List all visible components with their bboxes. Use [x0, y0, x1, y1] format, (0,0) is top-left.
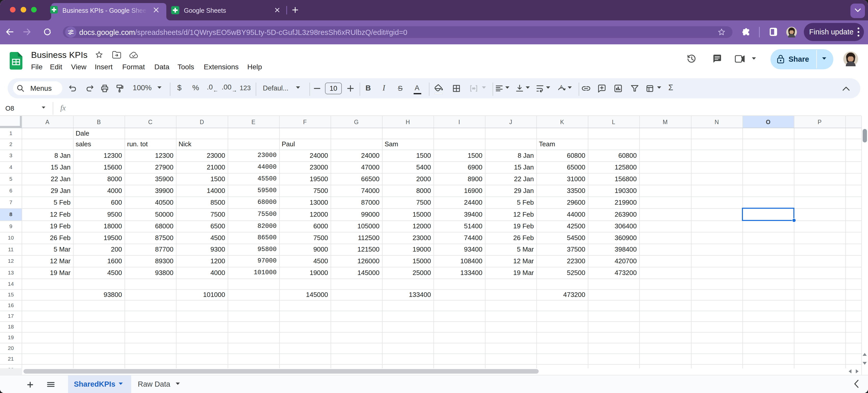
svg-text:A: A: [560, 84, 563, 89]
